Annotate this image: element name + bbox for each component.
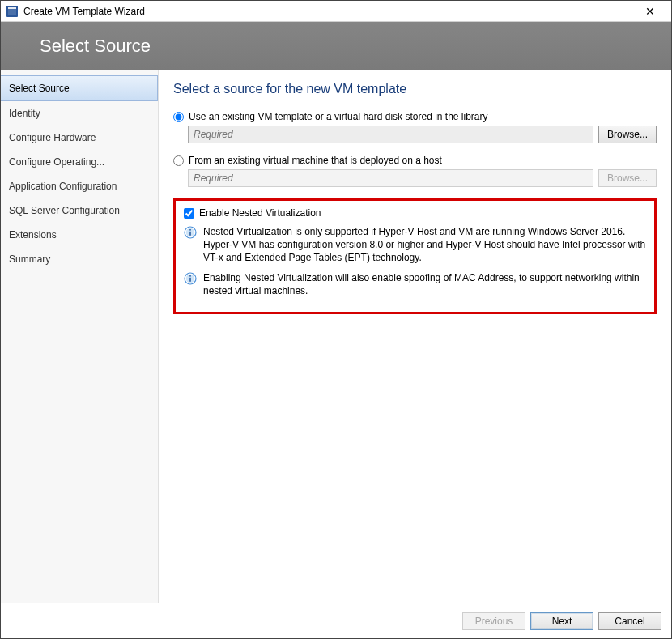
info-icon	[184, 226, 197, 239]
sidebar-item-label: Configure Operating...	[9, 156, 104, 168]
option-existing-vm[interactable]: From an existing virtual machine that is…	[173, 155, 657, 166]
sidebar-item-configure-operating[interactable]: Configure Operating...	[1, 150, 158, 174]
sidebar-item-label: Extensions	[9, 229, 57, 241]
svg-rect-10	[189, 275, 191, 277]
option-existing-vm-label: From an existing virtual machine that is…	[189, 155, 442, 166]
enable-nested-checkbox[interactable]	[184, 208, 194, 219]
banner: Select Source	[1, 22, 671, 70]
window-title: Create VM Template Wizard	[23, 6, 634, 17]
svg-rect-5	[189, 232, 191, 236]
svg-rect-9	[189, 277, 191, 281]
enable-nested-label: Enable Nested Virtualization	[199, 207, 321, 219]
sidebar-item-identity[interactable]: Identity	[1, 101, 158, 126]
next-button[interactable]: Next	[530, 612, 593, 630]
sidebar-item-label: SQL Server Configuration	[9, 205, 120, 216]
cancel-button[interactable]: Cancel	[598, 612, 661, 630]
sidebar-item-label: Identity	[9, 108, 40, 119]
app-icon	[6, 5, 19, 18]
sidebar-item-summary[interactable]: Summary	[1, 247, 158, 271]
footer: Previous Next Cancel	[1, 603, 671, 638]
nested-virtualization-section: Enable Nested Virtualization Nested Virt…	[173, 198, 657, 314]
browse-vm-button: Browse...	[598, 169, 657, 187]
sidebar-item-label: Configure Hardware	[9, 132, 96, 143]
sidebar-item-application-configuration[interactable]: Application Configuration	[1, 174, 158, 198]
titlebar: Create VM Template Wizard ✕	[1, 1, 671, 22]
browse-existing-button[interactable]: Browse...	[598, 126, 657, 143]
sidebar-item-extensions[interactable]: Extensions	[1, 223, 158, 247]
sidebar-item-label: Select Source	[9, 83, 70, 94]
nested-info-2: Enabling Nested Virtualization will also…	[184, 271, 646, 297]
info-icon	[184, 272, 197, 285]
sidebar-item-sql-server-configuration[interactable]: SQL Server Configuration	[1, 198, 158, 223]
sidebar-item-label: Application Configuration	[9, 181, 117, 192]
nested-info-1: Nested Virtualization is only supported …	[184, 225, 646, 265]
svg-rect-6	[189, 229, 191, 231]
sidebar-item-select-source[interactable]: Select Source	[1, 75, 158, 101]
option-existing-template-label: Use an existing VM template or a virtual…	[189, 111, 488, 122]
banner-title: Select Source	[40, 36, 151, 57]
page-heading: Select a source for the new VM template	[173, 82, 657, 96]
sidebar-item-configure-hardware[interactable]: Configure Hardware	[1, 126, 158, 150]
radio-existing-template[interactable]	[173, 112, 184, 122]
sidebar-item-label: Summary	[9, 253, 50, 265]
content: Select a source for the new VM template …	[159, 70, 671, 603]
option-existing-template[interactable]: Use an existing VM template or a virtual…	[173, 111, 657, 122]
nested-info-2-text: Enabling Nested Virtualization will also…	[203, 271, 646, 297]
existing-vm-field	[188, 169, 593, 187]
sidebar: Select Source Identity Configure Hardwar…	[1, 70, 159, 603]
previous-button: Previous	[462, 612, 525, 630]
svg-rect-2	[8, 7, 16, 9]
existing-template-field[interactable]	[188, 126, 593, 143]
close-button[interactable]: ✕	[634, 5, 666, 18]
enable-nested-row[interactable]: Enable Nested Virtualization	[184, 207, 646, 219]
radio-existing-vm[interactable]	[173, 155, 184, 166]
nested-info-1-text: Nested Virtualization is only supported …	[203, 225, 646, 265]
